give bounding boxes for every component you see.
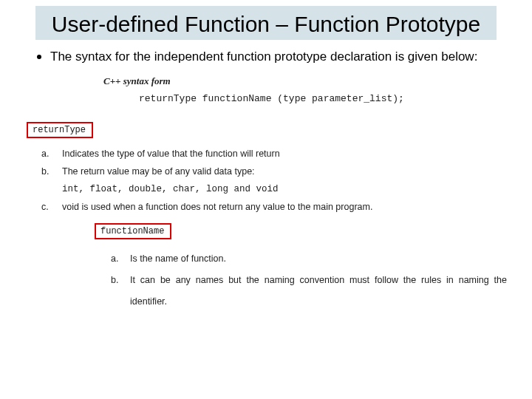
- list-text: The return value may be of any valid dat…: [62, 163, 255, 181]
- functionname-list: a. Is the name of function. b. It can be…: [111, 248, 532, 312]
- highlight-box-returntype: returnType: [27, 122, 93, 138]
- list-item: b. It can be any names but the naming co…: [111, 270, 532, 313]
- list-label: b.: [111, 270, 130, 313]
- list-item: c. void is used when a function does not…: [41, 199, 532, 216]
- slide-title-box: User-defined Function – Function Prototy…: [35, 6, 497, 40]
- bullet-row: The syntax for the independent function …: [37, 49, 532, 66]
- list-item: a. Is the name of function.: [111, 248, 532, 270]
- list-item: a. Indicates the type of value that the …: [41, 146, 532, 163]
- syntax-line: returnType functionName (type parameter_…: [139, 93, 532, 104]
- highlight-box-functionname: functionName: [95, 223, 171, 239]
- syntax-section: C++ syntax form returnType functionName …: [103, 75, 532, 104]
- type-list-mono: int, float, double, char, long and void: [62, 181, 532, 199]
- slide-title: User-defined Function – Function Prototy…: [35, 10, 497, 38]
- list-text: It can be any names but the naming conve…: [130, 270, 507, 313]
- list-label: b.: [41, 163, 62, 181]
- list-label: c.: [41, 199, 62, 216]
- bullet-dot-icon: [37, 55, 41, 59]
- bullet-text: The syntax for the independent function …: [50, 49, 477, 66]
- returntype-list: a. Indicates the type of value that the …: [41, 146, 532, 216]
- list-text: void is used when a function does not re…: [62, 199, 372, 216]
- syntax-label: C++ syntax form: [103, 75, 532, 87]
- list-text: Is the name of function.: [130, 248, 226, 270]
- list-label: a.: [41, 146, 62, 163]
- list-item: b. The return value may be of any valid …: [41, 163, 532, 181]
- list-text: Indicates the type of value that the fun…: [62, 146, 280, 163]
- list-label: a.: [111, 248, 130, 270]
